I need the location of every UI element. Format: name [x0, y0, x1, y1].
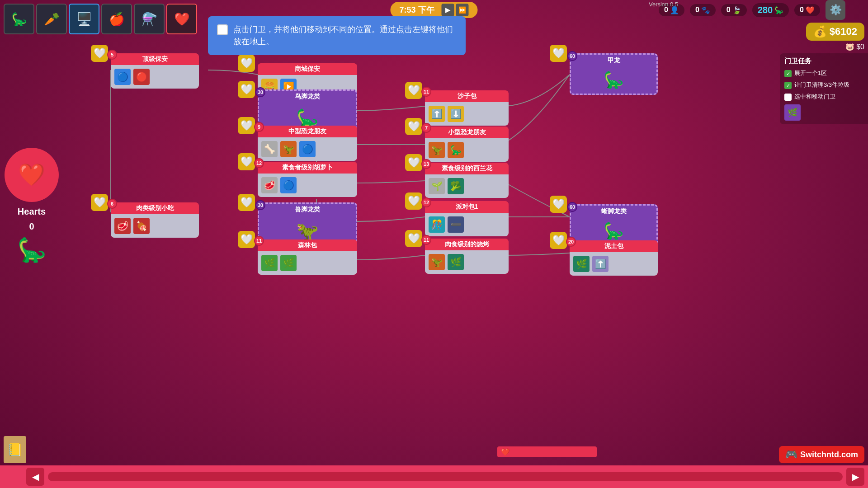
tasks-panel: 门卫任务 展开一个1区 让门卫清理3/3件垃圾 选中和移动门卫 🌿	[780, 53, 868, 124]
switch-brand-text: Switchntd.com	[800, 450, 858, 460]
body-medium-dino: 🦴 🦖 🔵	[258, 137, 357, 161]
scroll-track[interactable]	[48, 472, 843, 481]
badge-medium-dino: 9	[254, 122, 264, 132]
header-forest-bag: 森林包	[258, 239, 357, 251]
heart-btn-veg-broccoli[interactable]: 🤍	[405, 154, 422, 171]
leaf-count: 0	[726, 6, 731, 14]
icon-meat-snack-2: 🍖	[133, 218, 150, 234]
scroll-next-button[interactable]: ▶	[846, 468, 864, 486]
item-slot-1[interactable]: 🥕	[36, 4, 67, 34]
armored-dino-sprite: 🦕	[604, 70, 624, 89]
task-item-0: 展开一个1区	[784, 69, 863, 77]
badge-bird-dino: 30	[255, 87, 265, 97]
heart-btn-mall-guard[interactable]: 🤍	[238, 55, 255, 72]
body-forest-bag: 🌿 🌿	[258, 251, 357, 275]
card-veg-carrot-inner: 12 素食者级别胡萝卜 🥩 🔵	[258, 162, 357, 197]
task-label-2: 选中和移动门卫	[794, 93, 835, 101]
card-meat-roast-inner: 11 肉食级别的烧烤 🦖 🌿	[425, 239, 509, 274]
bottom-heart-bar: ❤️	[497, 446, 597, 457]
badge-beast-dino: 30	[255, 200, 265, 210]
heart-btn-sand-bag[interactable]: 🤍	[405, 82, 422, 99]
switch-brand: 🎮 Switchntd.com	[779, 446, 864, 463]
task-icons: 🌿	[784, 104, 863, 121]
heart-btn-armored-dino[interactable]: 🤍	[550, 45, 567, 62]
card-small-dino-inner: 7 小型恐龙朋友 🦖 🦕	[425, 127, 509, 162]
scroll-prev-button[interactable]: ◀	[26, 468, 44, 486]
play-button[interactable]: ▶	[442, 4, 454, 16]
big-heart-icon: ❤️	[18, 164, 45, 186]
card-forest-bag-inner: 11 森林包 🌿 🌿	[258, 239, 357, 275]
top-items-bar: 🦕 🥕 🖥️ 🍎 ⚗️ ❤️	[0, 0, 201, 36]
beast-dino-sprite: 🦖	[296, 221, 319, 242]
header-dirt-bag: 泥土包	[570, 240, 658, 252]
card-dirt-bag-inner: 20 泥土包 🌿 ⬆️	[570, 240, 658, 276]
switch-logo-icon: 🎮	[785, 449, 797, 460]
icon-veg-broccoli-1: 🌱	[429, 178, 445, 194]
header-armored-dino: 甲龙	[571, 55, 656, 66]
task-checkbox-0[interactable]	[784, 70, 792, 77]
icon-medium-dino-3: 🔵	[299, 141, 316, 157]
time-display: 7:53 下午 ▶ ⏩	[390, 2, 477, 18]
stats-bar: 0 👤 0 🐾 0 🍃 280 🦕 0 ❤️ ⚙️	[659, 0, 845, 20]
card-lizard-dino-inner: 60 蜥脚龙类 🦕	[570, 204, 658, 246]
badge-meat-snack: 6	[107, 199, 117, 209]
icon-top-guard-1: 🔵	[114, 69, 131, 85]
header-top-guard: 顶级保安	[111, 53, 199, 65]
stat-score: 280 🦕	[752, 3, 789, 17]
icon-medium-dino-1: 🦴	[261, 141, 278, 157]
fast-forward-button[interactable]: ⏩	[456, 4, 469, 16]
icon-medium-dino-2: 🦖	[280, 141, 297, 157]
header-party-bag: 派对包1	[425, 201, 509, 213]
header-beast-dino: 兽脚龙类	[259, 204, 356, 216]
badge-top-guard: 5	[107, 50, 117, 60]
instruction-checkbox[interactable]	[217, 24, 228, 35]
card-armored-dino-inner: 60 甲龙 🦕	[570, 53, 658, 95]
icon-meat-snack-1: 🥩	[114, 218, 131, 234]
card-medium-dino-inner: 9 中型恐龙朋友 🦴 🦖 🔵	[258, 126, 357, 161]
notebook-button[interactable]: 📒	[4, 436, 26, 463]
heart-btn-forest-bag[interactable]: 🤍	[238, 231, 255, 248]
footprint-count: 0	[695, 6, 699, 14]
badge-party-bag: 12	[421, 197, 431, 207]
heart-btn-veg-carrot[interactable]: 🤍	[238, 153, 255, 170]
people-count: 0	[664, 6, 668, 14]
stat-people: 0 👤	[659, 4, 684, 16]
heart-btn-meat-roast[interactable]: 🤍	[405, 230, 422, 247]
task-checkbox-1[interactable]	[784, 82, 792, 89]
item-slot-4[interactable]: ⚗️	[134, 4, 165, 34]
heart-btn-small-dino[interactable]: 🤍	[405, 118, 422, 135]
hearts-label: Hearts	[18, 206, 46, 217]
settings-button[interactable]: ⚙️	[826, 0, 845, 20]
heart-btn-beast-dino[interactable]: 🤍	[238, 194, 255, 211]
item-slot-0[interactable]: 🦕	[4, 4, 34, 34]
hearts-panel: ❤️ Hearts 0 🦕	[0, 122, 63, 289]
heart-btn-medium-dino[interactable]: 🤍	[238, 117, 255, 134]
heart-btn-dirt-bag[interactable]: 🤍	[550, 232, 567, 249]
leaf-icon: 🍃	[732, 6, 741, 14]
hearts-count-value: 0	[29, 221, 34, 232]
heart-btn-top-guard[interactable]: 🤍	[91, 45, 108, 62]
heart-btn-bird-dino[interactable]: 🤍	[238, 81, 255, 98]
item-slot-5[interactable]: ❤️	[166, 4, 197, 34]
savings-value: $0	[856, 43, 864, 51]
icon-veg-carrot-1: 🥩	[261, 177, 278, 193]
heart-btn-meat-snack[interactable]: 🤍	[91, 194, 108, 211]
icon-sand-bag-1: ⬆️	[429, 106, 445, 122]
icon-veg-carrot-2: 🔵	[280, 177, 297, 193]
stat-leaf: 0 🍃	[721, 4, 747, 16]
money-area: 💰 $6102 🐷 $0	[806, 23, 864, 51]
task-checkbox-2[interactable]	[784, 94, 792, 101]
task-icon-1: 🌿	[784, 104, 801, 121]
header-meat-snack: 肉类级别小吃	[111, 202, 199, 214]
header-mall-guard: 商城保安	[258, 63, 357, 75]
icon-dirt-bag-2: ⬆️	[592, 256, 609, 272]
item-slot-3[interactable]: 🍎	[101, 4, 132, 34]
heart-btn-party-bag[interactable]: 🤍	[405, 192, 422, 210]
badge-forest-bag: 11	[254, 236, 264, 246]
item-slot-2[interactable]: 🖥️	[69, 4, 99, 34]
dollar-icon: 💰	[813, 25, 827, 38]
badge-meat-roast: 11	[421, 235, 431, 245]
bottom-heart-icon: ❤️	[501, 448, 510, 456]
heart-btn-lizard-dino[interactable]: 🤍	[550, 196, 567, 213]
hearts-icon: ❤️	[806, 6, 815, 14]
